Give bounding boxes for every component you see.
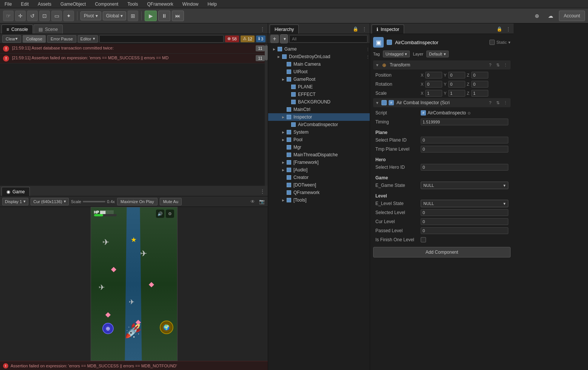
menu-edit[interactable]: Edit [19, 1, 30, 8]
menu-file[interactable]: File [3, 1, 13, 8]
hand-tool-btn[interactable]: ☞ [3, 11, 14, 21]
menu-help[interactable]: Help [206, 1, 219, 8]
global-dropdown[interactable]: Global ▾ [103, 11, 127, 20]
sound-icon-btn[interactable]: 🔊 [156, 210, 164, 218]
mute-btn[interactable]: Mute Au [160, 198, 182, 205]
script-link-icon[interactable]: ⊙ [468, 111, 471, 115]
hier-item-framework[interactable]: ▶ [Framework] [268, 159, 370, 166]
gizmo-icon-2[interactable]: ☁ [545, 11, 556, 21]
tab-game[interactable]: ◉ Game [2, 187, 30, 196]
console-more-btn[interactable]: ⋮ [259, 25, 266, 33]
tmp-plane-level-input[interactable] [421, 146, 508, 153]
console-message-0[interactable]: ! [21:59:11] Asset database transaction … [0, 44, 268, 54]
hier-item-pool[interactable]: ▶ Pool [268, 136, 370, 143]
transform-settings-btn[interactable]: ⇅ [495, 62, 501, 68]
visibility-icon[interactable]: 👁 [249, 198, 256, 205]
hier-item-mainthreaddispatcher[interactable]: ▶ MainThreadDispatche [268, 151, 370, 159]
menu-window[interactable]: Window [181, 1, 200, 8]
script-more-btn[interactable]: ⋮ [502, 100, 508, 106]
warn-badge[interactable]: ⚠ 12 [241, 35, 255, 42]
rotation-y-input[interactable] [448, 81, 465, 88]
tab-inspector[interactable]: ℹ Inspector [372, 25, 404, 34]
hier-item-gameroot[interactable]: ▶ GameRoot [268, 76, 370, 83]
script-settings-btn[interactable]: ⇅ [495, 100, 501, 106]
hier-item-dotween[interactable]: ▶ [DOTween] [268, 181, 370, 189]
tag-dropdown[interactable]: Untagged ▾ [383, 51, 410, 57]
tab-console[interactable]: ≡ Console [2, 25, 33, 34]
account-button[interactable]: Account [559, 11, 585, 21]
scale-z-input[interactable] [471, 90, 488, 97]
passed-level-input[interactable] [421, 227, 508, 234]
menu-assets[interactable]: Assets [36, 1, 53, 8]
transform-tool-btn[interactable]: ✦ [63, 11, 74, 21]
pivot-dropdown[interactable]: Pivot ▾ [80, 11, 101, 20]
position-z-input[interactable] [471, 72, 488, 79]
script-component-header[interactable]: ▼ # Air Combat Inspector (Scri ? ⇅ ⋮ [373, 98, 511, 107]
hier-menu-dontdestroy[interactable]: ⋮ [366, 55, 370, 59]
hierarchy-more-btn[interactable]: ⋮ [361, 25, 368, 33]
transform-help-btn[interactable]: ? [487, 62, 493, 68]
display-dropdown[interactable]: Display 1 ▾ [2, 198, 28, 205]
step-button[interactable]: ⏭ [172, 11, 184, 21]
menu-gameobject[interactable]: GameObject [59, 1, 87, 8]
error-pause-btn[interactable]: Error Pause [47, 35, 76, 43]
hier-item-system[interactable]: ▶ System [268, 128, 370, 136]
menu-qframework[interactable]: QFramework [145, 1, 174, 8]
add-hierarchy-btn[interactable]: + [270, 35, 279, 43]
console-scrollbar[interactable] [265, 44, 268, 186]
hier-item-mainctrl[interactable]: ▶ MainCtrl [268, 106, 370, 113]
add-hierarchy-dropdown[interactable]: ▾ [280, 34, 288, 43]
hierarchy-search-input[interactable] [289, 35, 367, 43]
settings-icon-btn[interactable]: ⚙ [166, 210, 174, 218]
rotate-tool-btn[interactable]: ↺ [27, 11, 38, 21]
static-checkbox[interactable] [489, 40, 495, 45]
transform-more-btn[interactable]: ⋮ [502, 62, 508, 68]
editor-dropdown[interactable]: Editor ▾ [78, 35, 98, 43]
hier-item-plane[interactable]: ▶ PLANE [268, 83, 370, 91]
cur-level-input[interactable] [421, 218, 508, 225]
position-y-input[interactable] [448, 72, 465, 79]
pause-button[interactable]: ⏸ [158, 11, 170, 21]
play-button[interactable]: ▶ [145, 11, 157, 21]
move-tool-btn[interactable]: ✛ [15, 11, 26, 21]
scale-slider[interactable] [83, 201, 105, 202]
inspector-more-btn[interactable]: ⋮ [505, 25, 512, 33]
selected-level-input[interactable] [421, 209, 508, 216]
resolution-dropdown[interactable]: Cur (640x1136) ▾ [31, 198, 68, 205]
hier-item-tools[interactable]: ▶ [Tools] [268, 196, 370, 204]
hier-item-uiroot[interactable]: ▶ UIRoot [268, 68, 370, 76]
scale-x-input[interactable] [425, 90, 442, 97]
hier-item-qframework[interactable]: ▶ QFramework [268, 189, 370, 196]
tab-hierarchy[interactable]: Hierarchy [270, 25, 299, 34]
gizmo-icon-1[interactable]: ⊕ [532, 11, 542, 21]
hier-item-mgr[interactable]: ▶ Mgr [268, 143, 370, 151]
info-badge[interactable]: ℹ 3 [256, 35, 265, 42]
transform-component-header[interactable]: ▼ ⊕ Transform ? ⇅ ⋮ [373, 60, 511, 69]
hier-item-creator[interactable]: ▶ Creator [268, 174, 370, 181]
scale-y-input[interactable] [448, 90, 465, 97]
rotation-z-input[interactable] [471, 81, 488, 88]
collapse-btn[interactable]: Collapse [23, 35, 46, 43]
extra-tool-btn[interactable]: ⊞ [128, 11, 138, 21]
add-component-button[interactable]: Add Component [373, 247, 511, 257]
e-game-state-dropdown[interactable]: NULL ▾ [421, 182, 508, 189]
console-scrollbar-thumb[interactable] [265, 45, 268, 60]
timing-input[interactable] [421, 119, 508, 125]
hier-item-dontdestroy[interactable]: ▶ DontDestroyOnLoad ⋮ [268, 53, 370, 60]
script-help-btn[interactable]: ? [487, 100, 493, 106]
layer-dropdown[interactable]: Default ▾ [426, 51, 449, 57]
error-badge[interactable]: ⊗ 58 [225, 35, 239, 42]
hier-item-effect[interactable]: ▶ EFFECT [268, 91, 370, 98]
clear-btn[interactable]: Clear ▾ [2, 35, 21, 43]
console-message-1[interactable]: ! [21:59:11] Assertion failed on express… [0, 54, 268, 63]
e-level-state-dropdown[interactable]: NULL ▾ [421, 200, 508, 207]
position-x-input[interactable] [425, 72, 442, 79]
hier-item-aircombat[interactable]: ▶ AirCombatInspector [268, 121, 370, 128]
rotation-x-input[interactable] [425, 81, 442, 88]
hier-item-main-camera[interactable]: ▶ Main Camera [268, 60, 370, 68]
hier-menu-game[interactable]: ⋮ [366, 47, 370, 51]
hierarchy-lock-btn[interactable]: 🔒 [352, 25, 359, 33]
component-active-checkbox[interactable] [387, 40, 392, 45]
maximize-btn[interactable]: Maximize On Play [117, 198, 157, 205]
hier-item-audio[interactable]: ▶ [Audio] [268, 166, 370, 174]
